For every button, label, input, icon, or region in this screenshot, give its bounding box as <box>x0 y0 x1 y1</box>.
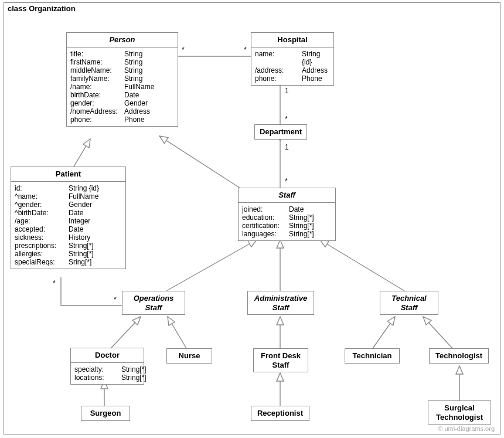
mult-patient-ops-l: * <box>53 279 56 287</box>
mult-dept-staff-top: 1 <box>285 143 289 151</box>
attr-val: Phone <box>124 116 145 124</box>
attr-row: name:String {id} <box>255 50 330 66</box>
attr-key: /homeAddress: <box>70 107 124 116</box>
class-doctor: Doctor specialty:String[*]locations:Stri… <box>70 348 144 385</box>
attr-row: locations:String[*] <box>74 374 140 382</box>
class-administrative-staff: Administrative Staff <box>247 291 314 315</box>
attr-val: String[*] <box>289 230 314 238</box>
mult-person-hospital-r: * <box>244 46 247 54</box>
attr-row: education:String[*] <box>242 213 332 222</box>
class-name: Front Desk Staff <box>254 349 308 372</box>
attr-row: familyName:String <box>70 74 174 83</box>
attr-val: String <box>124 66 142 74</box>
attr-val: Sring[*] <box>69 258 91 266</box>
attr-val: String {id} <box>69 184 99 192</box>
attr-row: certification:String[*] <box>242 222 332 230</box>
attr-row: phone:Phone <box>70 116 174 124</box>
attr-row: accepted:Date <box>15 225 122 233</box>
class-name: Nurse <box>167 349 212 363</box>
attr-key: /address: <box>255 66 302 74</box>
class-attrs: title:StringfirstName:StringmiddleName:S… <box>67 47 178 126</box>
class-hospital: Hospital name:String {id}/address:Addres… <box>251 32 334 86</box>
class-name: Hospital <box>251 33 333 47</box>
attr-row: phone:Phone <box>255 74 330 83</box>
attr-row: ^birthDate:Date <box>15 209 122 217</box>
attr-key: phone: <box>255 74 302 83</box>
attr-val: String[*] <box>121 365 147 374</box>
class-name: Administrative Staff <box>248 291 314 314</box>
class-attrs: id:String {id}^name:FullName^gender:Gend… <box>11 182 125 269</box>
class-name: Operations Staff <box>122 291 185 314</box>
attr-key: accepted: <box>15 225 69 233</box>
class-department: Department <box>254 124 307 140</box>
attr-val: String <box>124 74 142 83</box>
attr-key: specialReqs: <box>15 258 69 266</box>
attr-val: String <box>124 58 142 66</box>
class-surgical-technologist: Surgical Technologist <box>428 400 491 425</box>
attr-row: id:String {id} <box>15 184 122 192</box>
class-technologist: Technologist <box>429 348 489 364</box>
attr-key: certification: <box>242 222 289 230</box>
attr-key: middleName: <box>70 66 124 74</box>
class-name: Surgical Technologist <box>428 401 491 424</box>
class-surgeon: Surgeon <box>81 406 130 421</box>
attr-key: joined: <box>242 205 289 213</box>
attr-key: sickness: <box>15 233 69 242</box>
attr-row: ^name:FullName <box>15 192 122 201</box>
class-operations-staff: Operations Staff <box>122 291 185 315</box>
class-name: Doctor <box>71 348 144 363</box>
attr-key: languages: <box>242 230 289 238</box>
attr-val: Date <box>289 205 304 213</box>
attr-key: /age: <box>15 217 69 225</box>
attr-val: Date <box>69 225 83 233</box>
class-name: Staff <box>239 188 335 203</box>
attr-key: prescriptions: <box>15 242 69 250</box>
attr-row: title:String <box>70 50 174 58</box>
attr-row: ^gender:Gender <box>15 201 122 209</box>
class-name: Technical Staff <box>380 291 438 314</box>
attr-val: Gender <box>124 99 148 107</box>
class-name: Receptionist <box>251 406 309 420</box>
attr-key: /name: <box>70 83 124 91</box>
attr-val: Address <box>124 107 150 116</box>
attr-val: Address <box>302 66 328 74</box>
class-technical-staff: Technical Staff <box>380 291 438 315</box>
class-nurse: Nurse <box>166 348 212 364</box>
mult-patient-ops-r: * <box>114 296 117 304</box>
attr-row: /homeAddress:Address <box>70 107 174 116</box>
mult-hosp-dept-top: 1 <box>285 87 289 95</box>
attr-key: name: <box>255 50 302 66</box>
attr-row: joined:Date <box>242 205 332 213</box>
attr-val: String[*] <box>289 213 314 222</box>
attr-val: Date <box>124 91 139 99</box>
attr-val: String <box>124 50 142 58</box>
class-name: Surgeon <box>81 406 130 420</box>
attr-val: FullName <box>124 83 154 91</box>
attr-val: Integer <box>69 217 90 225</box>
attr-val: Gender <box>69 201 92 209</box>
attr-val: String[*] <box>69 242 94 250</box>
attr-key: title: <box>70 50 124 58</box>
attr-key: ^name: <box>15 192 69 201</box>
class-attrs: name:String {id}/address:Addressphone:Ph… <box>251 47 333 85</box>
attr-key: firstName: <box>70 58 124 66</box>
class-technician: Technician <box>345 348 400 364</box>
attr-key: familyName: <box>70 74 124 83</box>
attr-row: specialReqs:Sring[*] <box>15 258 122 266</box>
attr-val: String {id} <box>302 50 330 66</box>
class-staff: Staff joined:Dateeducation:String[*]cert… <box>238 188 336 241</box>
class-name: Technician <box>345 349 399 363</box>
mult-dept-staff-bot: * <box>285 177 288 185</box>
attr-key: locations: <box>74 374 121 382</box>
watermark: © uml-diagrams.org <box>438 425 495 432</box>
attr-row: sickness:History <box>15 233 122 242</box>
attr-row: allergies:String[*] <box>15 250 122 258</box>
attr-key: id: <box>15 184 69 192</box>
attr-row: specialty:String[*] <box>74 365 140 374</box>
attr-key: birthDate: <box>70 91 124 99</box>
class-name: Department <box>255 125 307 139</box>
attr-row: /age:Integer <box>15 217 122 225</box>
class-receptionist: Receptionist <box>251 406 309 421</box>
attr-key: specialty: <box>74 365 121 374</box>
mult-person-hospital-l: * <box>182 46 185 54</box>
